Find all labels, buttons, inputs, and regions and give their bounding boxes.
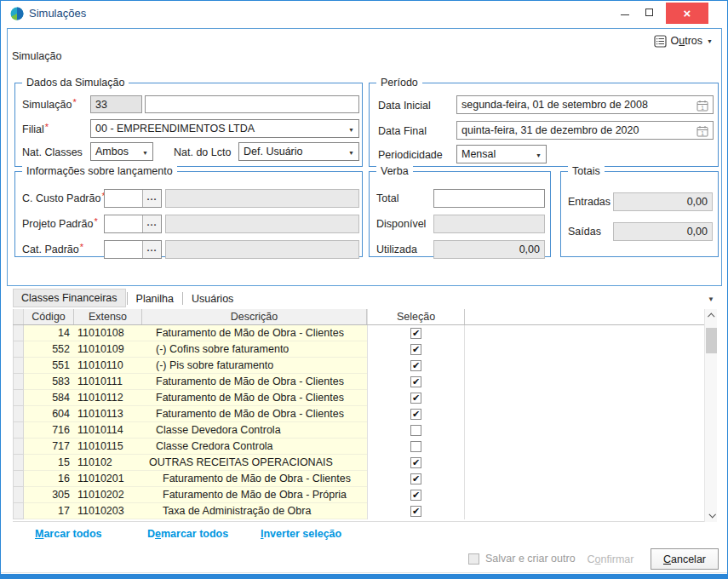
header-selecao[interactable]: Seleção <box>367 309 465 324</box>
salvar-e-criar-outro-checkbox[interactable] <box>468 553 479 565</box>
data-final-input[interactable]: quinta-feira, 31 de dezembro de 2020 1 <box>456 121 714 140</box>
demarcar-todos-link[interactable]: Demarcar todos <box>147 528 261 540</box>
table-row[interactable]: 16 11010201 Faturamento de Mão de Obra -… <box>13 471 707 487</box>
cell-selecao[interactable] <box>367 503 465 519</box>
c-custo-browse-button[interactable]: ... <box>142 190 161 207</box>
periodicidade-select[interactable]: Mensal ▼ <box>456 145 547 163</box>
row-selector[interactable] <box>13 341 24 358</box>
minimize-button[interactable] <box>613 1 637 24</box>
c-custo-lookup[interactable]: ... <box>104 189 162 208</box>
cell-selecao[interactable] <box>367 341 465 358</box>
header-descricao[interactable]: Descrição <box>142 309 367 324</box>
row-checkbox[interactable] <box>410 344 421 355</box>
cat-browse-button[interactable]: ... <box>142 241 161 258</box>
simulacao-name-input[interactable] <box>145 95 359 113</box>
scroll-up-button[interactable] <box>705 309 718 323</box>
calendar-icon[interactable]: 1 <box>696 125 708 137</box>
calendar-icon[interactable]: 1 <box>696 100 708 112</box>
row-selector[interactable] <box>13 503 24 519</box>
table-row[interactable]: 717 11010115 Classe Credora Controla <box>13 439 707 455</box>
filial-select[interactable]: 00 - EMPREENDIMENTOS LTDA ▼ <box>90 119 359 138</box>
cell-codigo: 305 <box>24 487 74 503</box>
marcar-todos-link[interactable]: Marcar todos <box>35 528 147 540</box>
table-row[interactable]: 584 11010112 Faturamento de Mão de Obra … <box>13 390 707 406</box>
table-row[interactable]: 305 11010202 Faturamento de Mão de Obra … <box>13 487 707 503</box>
cat-lookup[interactable]: ... <box>104 240 162 259</box>
close-button[interactable]: × <box>666 3 708 24</box>
cell-selecao[interactable] <box>367 358 465 374</box>
row-checkbox[interactable] <box>410 490 421 501</box>
table-row[interactable]: 17 11010203 Taxa de Administração de Obr… <box>13 503 707 519</box>
table-row[interactable]: 551 11010110 (-) Pis sobre faturamento <box>13 358 707 374</box>
row-selector[interactable] <box>13 455 24 471</box>
row-selector[interactable] <box>13 487 24 503</box>
cell-selecao[interactable] <box>367 406 465 422</box>
classes-table: Código Extenso Descrição Seleção 14 1101… <box>13 309 707 522</box>
total-input[interactable] <box>433 189 545 208</box>
table-row[interactable]: 716 11010114 Classe Devedora Controla <box>13 422 707 439</box>
row-selector[interactable] <box>13 358 24 374</box>
cell-codigo: 551 <box>24 358 74 374</box>
row-selector[interactable] <box>13 471 24 487</box>
header-codigo[interactable]: Código <box>24 309 74 324</box>
cell-extenso: 11010201 <box>74 471 142 487</box>
row-checkbox[interactable] <box>410 441 421 452</box>
nat-classes-select[interactable]: Ambos ▼ <box>90 142 153 161</box>
data-inicial-input[interactable]: segunda-feira, 01 de setembro de 2008 1 <box>456 95 714 114</box>
c-custo-code-input[interactable] <box>105 190 142 207</box>
row-checkbox[interactable] <box>410 425 421 436</box>
cell-selecao[interactable] <box>367 471 465 487</box>
tab-classes-financeiras[interactable]: Classes Financeiras <box>13 289 126 307</box>
row-checkbox[interactable] <box>410 360 421 371</box>
maximize-icon <box>645 9 653 16</box>
projeto-lookup[interactable]: ... <box>104 215 162 233</box>
cell-selecao[interactable] <box>367 422 465 439</box>
row-selector[interactable] <box>13 406 24 422</box>
tab-usuarios[interactable]: Usuários <box>184 290 241 307</box>
table-row[interactable]: 14 11010108 Faturamento de Mão de Obra -… <box>13 325 707 341</box>
maximize-button[interactable] <box>637 1 661 24</box>
title-bar[interactable]: Simulações × <box>1 1 727 26</box>
row-selector[interactable] <box>13 325 24 341</box>
table-row[interactable]: 583 11010111 Faturamento de Mão de Obra … <box>13 374 707 390</box>
cat-code-input[interactable] <box>105 241 142 258</box>
cell-selecao[interactable] <box>367 390 465 406</box>
table-row[interactable]: 604 11010113 Faturamento de Mão de Obra … <box>13 406 707 422</box>
projeto-code-input[interactable] <box>105 215 142 232</box>
row-selector[interactable] <box>13 422 24 439</box>
vertical-scrollbar[interactable] <box>704 309 717 522</box>
row-checkbox[interactable] <box>410 506 421 517</box>
row-checkbox[interactable] <box>410 393 421 404</box>
tab-overflow-chevron-icon[interactable]: ▼ <box>708 295 714 303</box>
scrollbar-thumb[interactable] <box>706 328 717 353</box>
inverter-selecao-link[interactable]: Inverter seleção <box>261 528 341 540</box>
row-checkbox[interactable] <box>410 409 421 420</box>
scroll-down-button[interactable] <box>705 508 718 522</box>
main-panel: Outros ▼ Simulação Dados da Simulação Si… <box>7 28 722 286</box>
row-selector[interactable] <box>13 374 24 390</box>
row-checkbox[interactable] <box>410 457 421 468</box>
projeto-browse-button[interactable]: ... <box>142 215 161 232</box>
row-checkbox[interactable] <box>410 328 421 339</box>
row-selector[interactable] <box>13 439 24 455</box>
table-row[interactable]: 552 11010109 (-) Cofins sobre faturament… <box>13 341 707 358</box>
cell-selecao[interactable] <box>367 487 465 503</box>
tab-planilha[interactable]: Planilha <box>129 290 181 307</box>
cell-selecao[interactable] <box>367 325 465 341</box>
entradas-label: Entradas <box>568 196 610 208</box>
row-checkbox[interactable] <box>410 376 421 387</box>
cancelar-button[interactable]: Cancelar <box>651 548 719 570</box>
outros-button[interactable]: Outros ▼ <box>651 32 716 50</box>
table-row[interactable]: 15 110102 OUTRAS RECEITAS OPERACIONAIS <box>13 455 707 471</box>
cell-selecao[interactable] <box>367 374 465 390</box>
nat-lcto-select[interactable]: Def. Usuário ▼ <box>238 142 359 161</box>
row-selector[interactable] <box>13 390 24 406</box>
simulacao-label: Simulação* <box>22 99 77 111</box>
row-checkbox[interactable] <box>410 473 421 484</box>
cell-selecao[interactable] <box>367 439 465 455</box>
header-extenso[interactable]: Extenso <box>74 309 142 324</box>
cell-extenso: 110102 <box>74 455 142 471</box>
cell-selecao[interactable] <box>367 455 465 471</box>
chevron-down-icon: ▼ <box>142 150 148 156</box>
cell-extenso: 11010115 <box>74 439 142 455</box>
